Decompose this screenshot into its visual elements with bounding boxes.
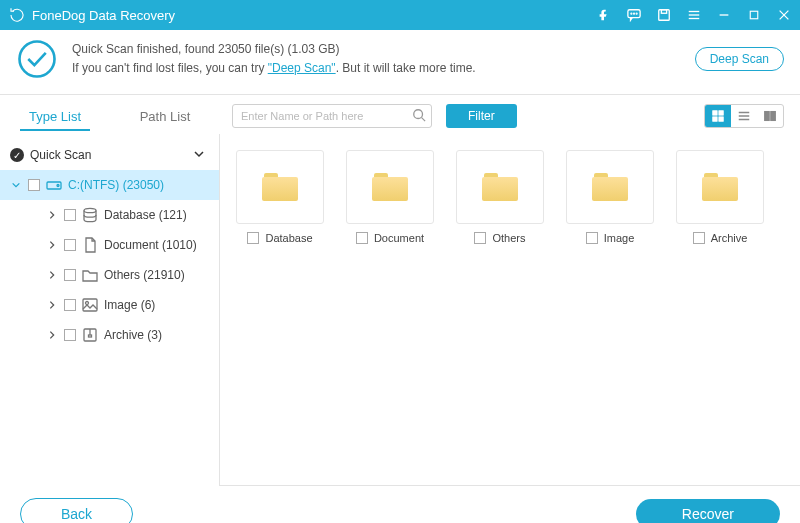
svg-point-3: [636, 13, 637, 14]
status-line2-suffix: . But it will take more time.: [336, 61, 476, 75]
status-line2-prefix: If you can't find lost files, you can tr…: [72, 61, 268, 75]
menu-icon[interactable]: [686, 7, 702, 23]
search-box: [232, 104, 432, 128]
grid-view-icon[interactable]: [705, 105, 731, 127]
svg-point-26: [57, 185, 59, 187]
svg-rect-5: [661, 10, 666, 14]
deep-scan-link[interactable]: "Deep Scan": [268, 61, 336, 75]
tab-path-list[interactable]: Path List: [110, 101, 220, 130]
folder-icon: [702, 173, 738, 201]
folder-thumb[interactable]: Database: [232, 150, 328, 244]
svg-point-1: [631, 13, 632, 14]
folder-thumb[interactable]: Archive: [672, 150, 768, 244]
detail-view-icon[interactable]: [757, 105, 783, 127]
thumb-caption-row: Archive: [693, 232, 748, 244]
list-view-icon[interactable]: [731, 105, 757, 127]
svg-rect-19: [719, 116, 723, 120]
deep-scan-button[interactable]: Deep Scan: [695, 47, 784, 71]
status-prefix: Quick Scan finished, found: [72, 42, 218, 56]
svg-point-2: [634, 13, 635, 14]
folder-icon: [82, 267, 98, 283]
sidebar-tabs: Type List Path List: [0, 101, 220, 130]
database-icon: [82, 207, 98, 223]
svg-rect-28: [83, 299, 97, 311]
maximize-icon[interactable]: [746, 7, 762, 23]
chevron-right-icon[interactable]: [46, 330, 58, 340]
tree-drive[interactable]: C:(NTFS) (23050): [0, 170, 219, 200]
tree-root[interactable]: ✓ Quick Scan: [0, 140, 219, 170]
chevron-right-icon[interactable]: [46, 300, 58, 310]
chevron-down-icon[interactable]: [193, 148, 205, 163]
tree-item[interactable]: Image (6): [0, 290, 219, 320]
view-switch: [704, 104, 784, 128]
status-size: (1.03 GB): [287, 42, 339, 56]
close-icon[interactable]: [776, 7, 792, 23]
tree-item-label: Image (6): [104, 298, 155, 312]
folder-icon: [372, 173, 408, 201]
svg-rect-18: [713, 116, 717, 120]
check-icon: [16, 38, 58, 80]
filter-button[interactable]: Filter: [446, 104, 517, 128]
svg-point-27: [84, 208, 96, 212]
thumb-box: [346, 150, 434, 224]
title-bar: FoneDog Data Recovery: [0, 0, 800, 30]
chevron-right-icon[interactable]: [46, 210, 58, 220]
folder-icon: [482, 173, 518, 201]
checkbox[interactable]: [64, 299, 76, 311]
drive-icon: [46, 177, 62, 193]
archive-icon: [82, 327, 98, 343]
checkbox[interactable]: [586, 232, 598, 244]
search-icon[interactable]: [412, 108, 426, 125]
checkbox[interactable]: [247, 232, 259, 244]
main-row: ✓ Quick Scan C:(NTFS) (23050) Database (…: [0, 134, 800, 486]
thumb-caption-row: Image: [586, 232, 635, 244]
checkbox[interactable]: [64, 269, 76, 281]
chevron-down-icon[interactable]: [10, 180, 22, 190]
tree-item-label: Others (21910): [104, 268, 185, 282]
tab-type-list[interactable]: Type List: [0, 101, 110, 130]
folder-icon: [262, 173, 298, 201]
thumb-caption-row: Database: [247, 232, 312, 244]
back-button[interactable]: Back: [20, 498, 133, 523]
checkbox[interactable]: [28, 179, 40, 191]
folder-thumb[interactable]: Document: [342, 150, 438, 244]
save-icon[interactable]: [656, 7, 672, 23]
folder-thumb[interactable]: Others: [452, 150, 548, 244]
thumb-box: [236, 150, 324, 224]
checkbox[interactable]: [64, 209, 76, 221]
svg-rect-4: [659, 10, 670, 21]
svg-rect-32: [89, 335, 92, 337]
status-count: 23050: [218, 42, 251, 56]
recover-button[interactable]: Recover: [636, 499, 780, 523]
thumb-box: [676, 150, 764, 224]
chevron-right-icon[interactable]: [46, 270, 58, 280]
feedback-icon[interactable]: [626, 7, 642, 23]
tree-item[interactable]: Others (21910): [0, 260, 219, 290]
thumb-caption-row: Others: [474, 232, 525, 244]
tree-item[interactable]: Database (121): [0, 200, 219, 230]
scan-status: Quick Scan finished, found 23050 file(s)…: [0, 30, 800, 95]
svg-point-13: [20, 42, 55, 77]
minimize-icon[interactable]: [716, 7, 732, 23]
thumb-label: Database: [265, 232, 312, 244]
tree-item[interactable]: Document (1010): [0, 230, 219, 260]
svg-rect-23: [765, 111, 769, 120]
checkbox[interactable]: [356, 232, 368, 244]
tree-item-label: Document (1010): [104, 238, 197, 252]
document-icon: [82, 237, 98, 253]
svg-rect-10: [750, 11, 758, 19]
thumb-box: [456, 150, 544, 224]
checkbox[interactable]: [64, 329, 76, 341]
search-input[interactable]: [232, 104, 432, 128]
checkbox[interactable]: [693, 232, 705, 244]
folder-thumb[interactable]: Image: [562, 150, 658, 244]
facebook-icon[interactable]: [596, 7, 612, 23]
thumb-label: Others: [492, 232, 525, 244]
chevron-right-icon[interactable]: [46, 240, 58, 250]
check-dot-icon: ✓: [10, 148, 24, 162]
checkbox[interactable]: [64, 239, 76, 251]
thumb-label: Image: [604, 232, 635, 244]
sidebar: ✓ Quick Scan C:(NTFS) (23050) Database (…: [0, 134, 220, 486]
tree-item[interactable]: Archive (3): [0, 320, 219, 350]
checkbox[interactable]: [474, 232, 486, 244]
